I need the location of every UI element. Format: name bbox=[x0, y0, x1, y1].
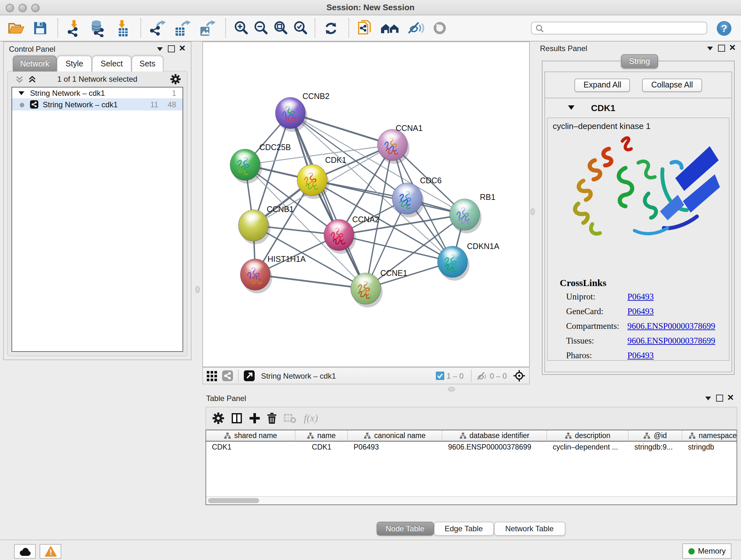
selected-checkbox-icon[interactable] bbox=[435, 372, 444, 380]
column-label: description bbox=[575, 432, 610, 439]
delete-icon[interactable] bbox=[267, 413, 277, 424]
network-collection-row[interactable]: String Network – cdk1 1 bbox=[12, 87, 183, 98]
home-icon[interactable] bbox=[381, 20, 400, 36]
column-header-database-identifier[interactable]: database identifier bbox=[442, 430, 547, 441]
open-string-document-icon[interactable] bbox=[357, 19, 373, 37]
table-options-gear-icon[interactable] bbox=[212, 413, 224, 424]
section-collapse-icon[interactable] bbox=[568, 105, 575, 110]
panel-menu-icon[interactable] bbox=[707, 47, 713, 51]
memory-button[interactable]: Memory bbox=[682, 543, 731, 559]
network-node-CDKN1A[interactable] bbox=[437, 246, 469, 281]
add-icon[interactable] bbox=[250, 413, 260, 423]
collapse-all-button[interactable]: Collapse All bbox=[643, 78, 702, 91]
splitter-handle[interactable] bbox=[195, 286, 200, 293]
network-node-CCNB2[interactable] bbox=[275, 98, 307, 132]
import-network-database-icon[interactable] bbox=[90, 19, 107, 37]
splitter-handle[interactable] bbox=[530, 208, 535, 215]
zoom-fit-icon[interactable] bbox=[273, 20, 288, 36]
export-table-icon[interactable] bbox=[174, 20, 191, 37]
warning-status-button[interactable] bbox=[40, 544, 61, 559]
string-network-gray-icon[interactable] bbox=[222, 370, 233, 381]
tree-expander-icon[interactable] bbox=[18, 91, 24, 95]
tab-select[interactable]: Select bbox=[92, 56, 131, 71]
network-node-CDK1[interactable] bbox=[297, 165, 329, 199]
zoom-in-icon[interactable] bbox=[233, 20, 249, 36]
splitter-handle[interactable] bbox=[448, 387, 455, 391]
column-type-icon bbox=[224, 432, 231, 439]
open-session-icon[interactable] bbox=[8, 20, 25, 36]
crosslink-link[interactable]: 9606.ENSP00000378699 bbox=[627, 321, 715, 331]
fit-selected-crosshair-icon[interactable] bbox=[513, 370, 525, 382]
panel-close-icon[interactable]: ✕ bbox=[729, 43, 736, 52]
tab-network[interactable]: Network bbox=[13, 56, 57, 71]
crosslink-label: Tissues: bbox=[566, 336, 627, 346]
column-header--id[interactable]: @id bbox=[629, 430, 682, 441]
panel-float-icon[interactable] bbox=[716, 395, 723, 401]
scrollbar-thumb[interactable] bbox=[208, 498, 259, 503]
column-header-name[interactable]: name bbox=[295, 430, 348, 441]
table-cell: stringdb:9... bbox=[629, 442, 682, 453]
network-node-CDC25B[interactable] bbox=[230, 149, 262, 184]
tab-style[interactable]: Style bbox=[57, 56, 92, 71]
network-edge[interactable] bbox=[290, 113, 465, 214]
cloud-status-button[interactable] bbox=[14, 544, 36, 559]
expand-all-button[interactable]: Expand All bbox=[575, 78, 630, 91]
help-icon[interactable]: ? bbox=[716, 20, 732, 36]
panel-menu-icon[interactable] bbox=[705, 396, 711, 400]
show-eye-icon[interactable] bbox=[432, 20, 448, 36]
tab-sets[interactable]: Sets bbox=[131, 56, 163, 71]
save-session-icon[interactable] bbox=[32, 20, 48, 36]
panel-float-icon[interactable] bbox=[168, 45, 175, 52]
crosslinks-heading: CrossLinks bbox=[560, 278, 606, 289]
toolbar-separator bbox=[315, 18, 315, 38]
network-node-CCNE1[interactable] bbox=[351, 273, 383, 307]
table-cell: CDK1 bbox=[295, 442, 348, 453]
panel-close-icon[interactable]: ✕ bbox=[179, 44, 186, 53]
network-options-gear-icon[interactable] bbox=[171, 74, 181, 84]
crosslink-link[interactable]: 9606.ENSP00000378699 bbox=[627, 336, 715, 346]
table-panel-title: Table Panel bbox=[206, 394, 246, 403]
grid-view-icon[interactable] bbox=[207, 371, 217, 381]
show-columns-icon[interactable] bbox=[231, 413, 243, 424]
memory-label: Memory bbox=[698, 547, 726, 556]
table-row[interactable]: CDK1CDK1P064939606.ENSP00000378699cyclin… bbox=[206, 442, 737, 453]
export-network-icon[interactable] bbox=[149, 20, 166, 37]
crosslink-link[interactable]: P06493 bbox=[627, 351, 654, 361]
zoom-selected-icon[interactable] bbox=[293, 20, 308, 36]
tab-edge-table[interactable]: Edge Table bbox=[434, 522, 494, 536]
network-canvas[interactable]: CCNB2CCNA1CDC25BCDK1CDC6RB1CCNB1CCNA2CDK… bbox=[202, 42, 530, 367]
search-input[interactable] bbox=[531, 22, 707, 35]
network-node-HIST1H1A[interactable] bbox=[240, 259, 272, 294]
network-row[interactable]: String Network – cdk1 11 48 bbox=[12, 98, 183, 111]
function-builder-icon[interactable]: f(x) bbox=[304, 413, 318, 424]
tab-node-table[interactable]: Node Table bbox=[376, 522, 434, 536]
network-node-CCNA2[interactable] bbox=[324, 219, 356, 254]
column-header-canonical-name[interactable]: canonical name bbox=[348, 430, 442, 441]
delete-table-icon[interactable] bbox=[284, 413, 297, 423]
open-in-window-icon[interactable] bbox=[244, 370, 255, 381]
hide-glasses-icon[interactable] bbox=[407, 20, 424, 36]
column-header-namespace[interactable]: namespace bbox=[682, 430, 737, 441]
tab-string[interactable]: String bbox=[621, 54, 658, 68]
tab-network-table[interactable]: Network Table bbox=[494, 522, 565, 536]
column-label: name bbox=[317, 432, 336, 439]
column-header-description[interactable]: description bbox=[547, 430, 629, 441]
horizontal-scrollbar[interactable] bbox=[206, 496, 737, 504]
refresh-icon[interactable] bbox=[323, 20, 339, 36]
panel-float-icon[interactable] bbox=[718, 45, 725, 52]
column-header-shared-name[interactable]: shared name bbox=[206, 430, 295, 441]
panel-menu-icon[interactable] bbox=[157, 47, 163, 51]
crosslink-label: Pharos: bbox=[566, 351, 627, 361]
network-view: CCNB2CCNA1CDC25BCDK1CDC6RB1CCNB1CCNA2CDK… bbox=[202, 42, 530, 384]
crosslink-link[interactable]: P06493 bbox=[627, 307, 654, 317]
network-node-RB1[interactable] bbox=[450, 199, 482, 233]
import-network-icon[interactable] bbox=[66, 19, 82, 37]
export-image-icon[interactable] bbox=[199, 20, 216, 37]
gene-section-header[interactable]: CDK1 bbox=[545, 98, 731, 118]
zoom-out-icon[interactable] bbox=[253, 20, 269, 36]
panel-close-icon[interactable]: ✕ bbox=[727, 393, 734, 402]
import-table-icon[interactable] bbox=[115, 19, 131, 37]
crosslink-link[interactable]: P06493 bbox=[627, 292, 654, 302]
network-node-CCNA1[interactable] bbox=[378, 129, 409, 164]
control-panel-title: Control Panel bbox=[9, 45, 55, 54]
